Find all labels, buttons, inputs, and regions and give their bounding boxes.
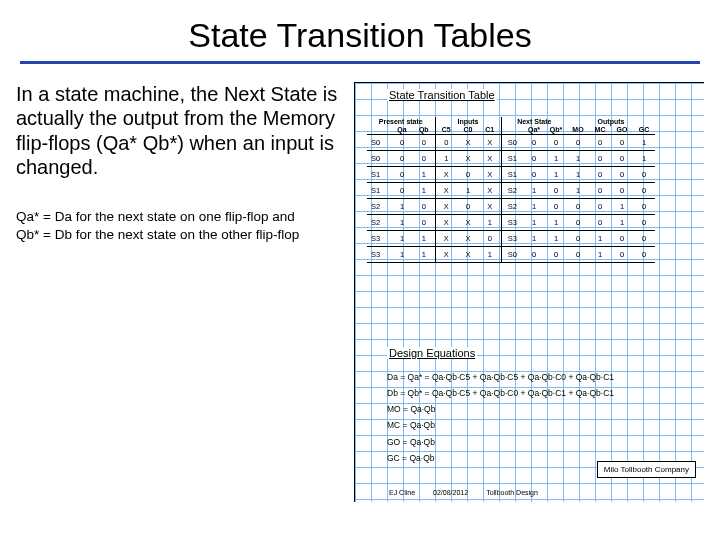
table-cell: X [457, 135, 479, 151]
group-inputs: Inputs [435, 117, 501, 125]
col-header: Qa* [523, 125, 545, 135]
table-cell: X [435, 247, 457, 263]
table-cell: S2 [367, 215, 391, 231]
table-cell: 0 [457, 167, 479, 183]
table-cell: X [435, 215, 457, 231]
table-cell: S1 [367, 167, 391, 183]
table-cell: 1 [633, 135, 655, 151]
eq-da: Da = Qa* = Qa·Qb·C5 + Qa·Qb·C5 + Qa·Qb·C… [387, 369, 614, 385]
col-header: C0 [457, 125, 479, 135]
group-header-row: Present state Inputs Next State Outputs [367, 117, 655, 125]
design-equations: Da = Qa* = Qa·Qb·C5 + Qa·Qb·C5 + Qa·Qb·C… [387, 369, 614, 466]
table-row: S0000XXS0000001 [367, 135, 655, 151]
table-cell: S3 [367, 247, 391, 263]
table-cell: 0 [611, 167, 633, 183]
table-cell: X [479, 151, 501, 167]
table-cell: 0 [589, 215, 611, 231]
table-cell: 0 [589, 135, 611, 151]
table-cell: S3 [501, 231, 523, 247]
table-cell: 0 [545, 183, 567, 199]
table-cell: 1 [545, 167, 567, 183]
table-cell: 1 [567, 167, 589, 183]
drawing-footer: EJ Cline 02/08/2012 Tollbooth Design [389, 489, 696, 496]
col-header: Qb* [545, 125, 567, 135]
table-cell: S1 [501, 167, 523, 183]
note-qa: Qa* = Da for the next state on one flip-… [16, 208, 346, 226]
table-cell: 0 [611, 151, 633, 167]
table-cell: S2 [501, 199, 523, 215]
table-cell: 1 [457, 183, 479, 199]
table-cell: 1 [435, 151, 457, 167]
table-cell: 0 [413, 215, 435, 231]
table-cell: 1 [479, 247, 501, 263]
table-cell: 0 [633, 231, 655, 247]
table-cell: 0 [633, 247, 655, 263]
table-cell: 0 [611, 231, 633, 247]
eq-mo: MO = Qa·Qb [387, 401, 614, 417]
footer-date: 02/08/2012 [433, 489, 468, 496]
state-transition-table: Present state Inputs Next State Outputs … [367, 117, 655, 263]
table-cell: 0 [413, 199, 435, 215]
table-cell: S0 [367, 151, 391, 167]
table-cell: 0 [589, 151, 611, 167]
col-header: MC [589, 125, 611, 135]
table-cell: X [435, 167, 457, 183]
table-cell: 1 [567, 183, 589, 199]
description-paragraph: In a state machine, the Next State is ac… [16, 82, 346, 180]
table-row: S0001XXS1011001 [367, 151, 655, 167]
col-header: Qa [391, 125, 413, 135]
table-cell: X [435, 199, 457, 215]
note-qb: Qb* = Db for the next state on the other… [16, 226, 346, 244]
table-row: S210X0XS2100010 [367, 199, 655, 215]
footer-project: Tollbooth Design [486, 489, 538, 496]
table-cell: X [457, 231, 479, 247]
table-cell: S0 [367, 135, 391, 151]
table-cell: 1 [611, 215, 633, 231]
left-column: In a state machine, the Next State is ac… [16, 82, 346, 502]
col-header [367, 125, 391, 135]
table-cell: 0 [567, 135, 589, 151]
table-cell: 0 [523, 135, 545, 151]
title-separator [20, 61, 700, 64]
table-cell: 0 [589, 183, 611, 199]
table-cell: 0 [457, 199, 479, 215]
table-cell: S0 [501, 247, 523, 263]
table-cell: 0 [589, 199, 611, 215]
eq-mc: MC = Qa·Qb [387, 417, 614, 433]
eq-gc: GC = Qa·Qb [387, 450, 614, 466]
col-header: C5 [435, 125, 457, 135]
table-cell: 0 [567, 231, 589, 247]
table-cell: S3 [501, 215, 523, 231]
eq-db: Db = Qb* = Qa·Qb·C5 + Qa·Qb·C0 + Qa·Qb·C… [387, 385, 614, 401]
table-cell: 0 [611, 247, 633, 263]
page-title: State Transition Tables [0, 16, 720, 55]
col-header: GC [633, 125, 655, 135]
table-cell: 1 [413, 247, 435, 263]
table-cell: 0 [523, 247, 545, 263]
table-cell: 0 [523, 151, 545, 167]
design-equations-heading: Design Equations [387, 347, 477, 359]
state-table-heading: State Transition Table [387, 89, 497, 101]
table-cell: 1 [413, 183, 435, 199]
diagram-panel: State Transition Table Present state Inp… [354, 82, 704, 502]
table-cell: 0 [413, 151, 435, 167]
table-cell: X [457, 151, 479, 167]
table-cell: 1 [523, 231, 545, 247]
table-cell: 1 [545, 215, 567, 231]
table-cell: 1 [545, 231, 567, 247]
table-row: S101X0XS1011000 [367, 167, 655, 183]
table-cell: 0 [567, 199, 589, 215]
table-cell: 0 [523, 167, 545, 183]
table-cell: S1 [501, 151, 523, 167]
table-cell: 1 [391, 199, 413, 215]
table-cell: 0 [413, 135, 435, 151]
group-next: Next State [501, 117, 567, 125]
table-cell: 1 [413, 167, 435, 183]
table-row: S311XX1S0000100 [367, 247, 655, 263]
table-cell: 1 [479, 215, 501, 231]
table-cell: X [457, 247, 479, 263]
table-cell: 1 [545, 151, 567, 167]
table-row: S101X1XS2101000 [367, 183, 655, 199]
table-cell: 0 [391, 135, 413, 151]
table-cell: X [435, 231, 457, 247]
